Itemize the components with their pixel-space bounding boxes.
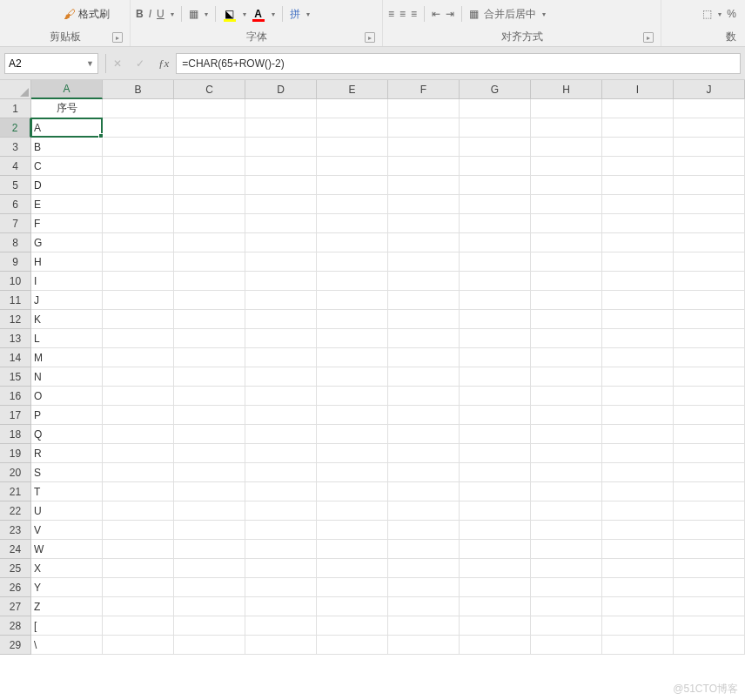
cell[interactable]: O <box>31 387 103 406</box>
cell[interactable] <box>245 291 317 310</box>
cell[interactable] <box>460 291 531 310</box>
cell[interactable] <box>388 540 460 559</box>
cell[interactable] <box>674 597 745 616</box>
cell[interactable] <box>674 176 745 195</box>
cell[interactable] <box>460 501 531 521</box>
cell[interactable] <box>460 578 531 597</box>
cell[interactable] <box>602 138 674 157</box>
cell[interactable] <box>602 597 674 616</box>
cell[interactable] <box>174 501 245 521</box>
fx-icon[interactable]: ƒx <box>158 57 169 71</box>
cell[interactable] <box>317 176 388 195</box>
cell[interactable] <box>174 444 245 463</box>
row-header[interactable]: 20 <box>0 463 31 482</box>
cell[interactable] <box>602 425 674 444</box>
cell[interactable] <box>460 367 531 387</box>
cell[interactable] <box>531 501 602 521</box>
cell[interactable] <box>674 616 745 636</box>
cell[interactable] <box>245 636 317 655</box>
cell[interactable] <box>103 214 174 233</box>
cell[interactable]: M <box>31 348 103 367</box>
cell[interactable] <box>174 540 245 559</box>
column-header[interactable]: B <box>103 80 174 99</box>
cell[interactable] <box>317 501 388 521</box>
chevron-down-icon[interactable]: ▾ <box>306 10 310 18</box>
cell[interactable] <box>388 348 460 367</box>
select-all-button[interactable] <box>0 80 31 99</box>
cell[interactable] <box>174 195 245 214</box>
cell[interactable] <box>602 636 674 655</box>
cell[interactable] <box>460 521 531 540</box>
cell[interactable] <box>317 597 388 616</box>
column-header[interactable]: D <box>245 80 317 99</box>
cell[interactable] <box>460 444 531 463</box>
decrease-indent-button[interactable]: ⇤ <box>432 8 440 20</box>
cell[interactable] <box>245 118 317 138</box>
bold-button[interactable]: B <box>136 8 144 20</box>
row-header[interactable]: 18 <box>0 425 31 444</box>
cell[interactable] <box>602 406 674 425</box>
border-button[interactable]: ▦ <box>189 8 198 20</box>
cell[interactable] <box>531 138 602 157</box>
row-header[interactable]: 12 <box>0 310 31 329</box>
cell[interactable] <box>674 501 745 521</box>
cell[interactable] <box>317 636 388 655</box>
cell[interactable] <box>317 329 388 348</box>
row-header[interactable]: 7 <box>0 214 31 233</box>
cell[interactable]: E <box>31 195 103 214</box>
cell[interactable] <box>388 272 460 291</box>
cell[interactable]: Z <box>31 597 103 616</box>
cell[interactable] <box>245 367 317 387</box>
cell[interactable] <box>388 214 460 233</box>
cell[interactable] <box>602 214 674 233</box>
cell[interactable] <box>245 252 317 272</box>
cell[interactable] <box>103 272 174 291</box>
chevron-down-icon[interactable]: ▾ <box>272 10 275 18</box>
format-painter-button[interactable]: 🖌 格式刷 <box>61 6 112 23</box>
cell[interactable] <box>388 501 460 521</box>
cell[interactable] <box>602 329 674 348</box>
row-header[interactable]: 28 <box>0 616 31 636</box>
cell[interactable] <box>317 138 388 157</box>
cell[interactable] <box>245 348 317 367</box>
cell[interactable] <box>174 252 245 272</box>
cell[interactable] <box>602 348 674 367</box>
cell[interactable]: Q <box>31 425 103 444</box>
cell[interactable]: A <box>31 118 103 138</box>
chevron-down-icon[interactable]: ▾ <box>542 10 546 18</box>
align-center-button[interactable]: ≡ <box>399 8 406 20</box>
cell[interactable] <box>388 463 460 482</box>
cell[interactable] <box>103 233 174 252</box>
number-format-button[interactable]: ⬚ <box>702 8 712 20</box>
cell[interactable] <box>317 252 388 272</box>
cell[interactable] <box>174 463 245 482</box>
cell[interactable] <box>602 559 674 578</box>
cell[interactable] <box>460 597 531 616</box>
cell[interactable] <box>460 406 531 425</box>
cell[interactable]: Y <box>31 578 103 597</box>
column-header[interactable]: H <box>531 80 602 99</box>
cell[interactable] <box>317 214 388 233</box>
cell[interactable]: T <box>31 482 103 501</box>
cell[interactable] <box>674 157 745 176</box>
cell[interactable] <box>531 118 602 138</box>
cell[interactable] <box>388 367 460 387</box>
cell[interactable] <box>174 387 245 406</box>
cell[interactable]: L <box>31 329 103 348</box>
cell[interactable] <box>317 291 388 310</box>
cell[interactable] <box>174 329 245 348</box>
cell[interactable] <box>531 425 602 444</box>
cell[interactable] <box>531 233 602 252</box>
cell[interactable] <box>602 291 674 310</box>
cell[interactable] <box>245 444 317 463</box>
cell[interactable] <box>602 540 674 559</box>
cell[interactable] <box>245 233 317 252</box>
row-header[interactable]: 8 <box>0 233 31 252</box>
cell[interactable]: P <box>31 406 103 425</box>
cell[interactable] <box>674 444 745 463</box>
cell[interactable] <box>245 214 317 233</box>
cell[interactable]: H <box>31 252 103 272</box>
font-launcher-icon[interactable]: ▸ <box>365 32 375 43</box>
cell[interactable]: I <box>31 272 103 291</box>
cell[interactable] <box>388 138 460 157</box>
